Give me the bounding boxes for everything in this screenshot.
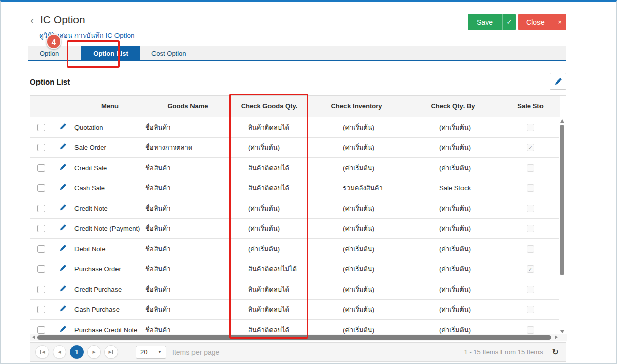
row-select-checkbox[interactable] bbox=[37, 326, 45, 334]
refresh-icon[interactable]: ↻ bbox=[552, 347, 559, 357]
check-goods-qty-cell: สินค้าติดลบได้ bbox=[230, 279, 308, 299]
back-icon[interactable]: ‹ bbox=[30, 15, 34, 27]
option-list-table: Menu Goods Name Check Goods Qty. Check I… bbox=[30, 95, 566, 341]
edit-row-icon[interactable] bbox=[59, 143, 67, 150]
goods-name-cell: ชื่อสินค้า bbox=[145, 299, 230, 319]
tab-cost-option[interactable]: Cost Option bbox=[140, 46, 198, 60]
check-inventory-cell: (ค่าเริ่มต้น) bbox=[308, 137, 405, 157]
edit-row-icon[interactable] bbox=[59, 204, 67, 211]
sale-stock-checkbox bbox=[527, 205, 534, 212]
edit-row-icon[interactable] bbox=[59, 264, 67, 272]
row-select-checkbox[interactable] bbox=[37, 184, 45, 192]
header-check-goods-qty: Check Goods Qty. bbox=[230, 96, 308, 117]
page-size-value: 20 bbox=[140, 348, 147, 356]
edit-row-icon[interactable] bbox=[59, 285, 67, 292]
check-goods-qty-cell: (ค่าเริ่มต้น) bbox=[230, 137, 308, 157]
edit-row-icon[interactable] bbox=[59, 305, 67, 312]
sale-stock-checkbox: ✓ bbox=[527, 265, 534, 273]
edit-row-icon[interactable] bbox=[59, 325, 67, 333]
check-goods-qty-cell: สินค้าติดลบไม่ได้ bbox=[230, 259, 308, 279]
row-select-checkbox[interactable] bbox=[37, 164, 45, 172]
check-qty-by-cell: (ค่าเริ่มต้น) bbox=[405, 279, 501, 299]
row-select-checkbox[interactable] bbox=[37, 265, 45, 273]
close-button[interactable]: Close × bbox=[518, 14, 566, 30]
sale-stock-checkbox bbox=[527, 245, 534, 253]
edit-row-icon[interactable] bbox=[59, 123, 67, 130]
menu-cell: Credit Purchase bbox=[74, 279, 145, 299]
menu-cell: Credit Sale bbox=[74, 157, 145, 178]
edit-list-button[interactable] bbox=[550, 73, 566, 90]
save-button[interactable]: Save ✓ bbox=[468, 14, 516, 30]
tab-option-list[interactable]: Option List bbox=[81, 46, 140, 60]
scroll-up-arrow[interactable] bbox=[560, 119, 564, 123]
goods-name-cell: ชื่อสินค้า bbox=[145, 178, 230, 198]
section-title: Option List bbox=[30, 77, 70, 86]
next-page-button[interactable]: ▶ bbox=[87, 345, 101, 359]
menu-cell: Purchase Order bbox=[74, 259, 145, 279]
goods-name-cell: ชื่อสินค้า bbox=[145, 279, 230, 299]
page-size-select[interactable]: 20 ▼ bbox=[136, 346, 166, 359]
vertical-scrollbar[interactable] bbox=[559, 117, 566, 335]
menu-cell: Debit Note bbox=[74, 238, 145, 259]
tab-option[interactable]: Option bbox=[28, 46, 70, 60]
table-header-row: Menu Goods Name Check Goods Qty. Check I… bbox=[30, 96, 560, 117]
row-select-checkbox[interactable] bbox=[37, 286, 45, 293]
row-select-checkbox[interactable] bbox=[37, 124, 45, 131]
check-inventory-cell: (ค่าเริ่มต้น) bbox=[308, 259, 405, 279]
table-row: Quotationชื่อสินค้าสินค้าติดลบได้(ค่าเริ… bbox=[30, 117, 560, 137]
horizontal-scrollbar[interactable] bbox=[30, 334, 567, 341]
sale-stock-checkbox bbox=[527, 184, 534, 192]
table-body: Quotationชื่อสินค้าสินค้าติดลบได้(ค่าเริ… bbox=[30, 117, 560, 340]
pencil-icon bbox=[554, 77, 562, 86]
pagination-bar: ◀ ◀ 1 ▶ ▶ 20 ▼ Items per page 1 - 15 Ite… bbox=[30, 342, 566, 362]
check-inventory-cell: (ค่าเริ่มต้น) bbox=[308, 299, 405, 319]
edit-row-icon[interactable] bbox=[59, 183, 67, 191]
check-goods-qty-cell: สินค้าติดลบได้ bbox=[230, 299, 308, 319]
edit-row-icon[interactable] bbox=[59, 224, 67, 231]
row-select-checkbox[interactable] bbox=[37, 225, 45, 232]
header-select bbox=[30, 96, 52, 117]
header-check-inventory: Check Inventory bbox=[308, 96, 405, 117]
table-row: Cash Purchaseชื่อสินค้าสินค้าติดลบได้(ค่… bbox=[30, 299, 560, 319]
close-icon[interactable]: × bbox=[553, 14, 566, 30]
goods-name-cell: ชื่อสินค้า bbox=[145, 238, 230, 259]
row-select-checkbox[interactable] bbox=[37, 144, 45, 151]
menu-cell: Quotation bbox=[74, 117, 145, 137]
sale-stock-checkbox bbox=[527, 286, 534, 293]
edit-row-icon[interactable] bbox=[59, 244, 67, 252]
goods-name-cell: ชื่อสินค้า bbox=[145, 218, 230, 238]
goods-name-cell: ชื่อสินค้า bbox=[145, 259, 230, 279]
ic-option-window: ‹ IC Option ดูวิดีโอสอน การบันทึก IC Opt… bbox=[0, 0, 617, 364]
table-row: Credit Noteชื่อสินค้า(ค่าเริ่มต้น)(ค่าเร… bbox=[30, 198, 560, 218]
header-check-qty-by: Check Qty. By bbox=[405, 96, 501, 117]
row-select-checkbox[interactable] bbox=[37, 205, 45, 212]
first-page-button[interactable]: ◀ bbox=[35, 345, 49, 359]
row-select-checkbox[interactable] bbox=[37, 245, 45, 253]
scroll-down-arrow[interactable] bbox=[560, 330, 564, 333]
page-number-button[interactable]: 1 bbox=[70, 345, 84, 359]
table-row: Credit Saleชื่อสินค้าสินค้าติดลบได้(ค่าเ… bbox=[30, 157, 560, 178]
sale-stock-checkbox bbox=[527, 306, 534, 313]
check-goods-qty-cell: สินค้าติดลบได้ bbox=[230, 157, 308, 178]
page-title: IC Option bbox=[40, 14, 85, 26]
close-button-label: Close bbox=[518, 14, 553, 30]
check-qty-by-cell: (ค่าเริ่มต้น) bbox=[405, 218, 501, 238]
check-icon[interactable]: ✓ bbox=[502, 14, 516, 30]
table-row: Credit Note (Payment)ชื่อสินค้า(ค่าเริ่ม… bbox=[30, 218, 560, 238]
check-inventory-cell: (ค่าเริ่มต้น) bbox=[308, 218, 405, 238]
check-goods-qty-cell: สินค้าติดลบได้ bbox=[230, 178, 308, 198]
check-inventory-cell: (ค่าเริ่มต้น) bbox=[308, 279, 405, 299]
scroll-left-arrow[interactable] bbox=[32, 335, 35, 339]
check-goods-qty-cell: (ค่าเริ่มต้น) bbox=[230, 198, 308, 218]
scroll-right-arrow[interactable] bbox=[555, 335, 558, 339]
save-button-label: Save bbox=[468, 14, 502, 30]
vertical-scroll-thumb[interactable] bbox=[560, 125, 564, 275]
check-qty-by-cell: (ค่าเริ่มต้น) bbox=[405, 259, 501, 279]
prev-page-button[interactable]: ◀ bbox=[53, 345, 66, 359]
horizontal-scroll-thumb[interactable] bbox=[37, 335, 551, 340]
step-badge: 4 bbox=[46, 34, 61, 49]
row-select-checkbox[interactable] bbox=[37, 306, 45, 313]
edit-row-icon[interactable] bbox=[59, 163, 67, 171]
check-goods-qty-cell: สินค้าติดลบได้ bbox=[230, 117, 308, 137]
last-page-button[interactable]: ▶ bbox=[104, 345, 118, 359]
